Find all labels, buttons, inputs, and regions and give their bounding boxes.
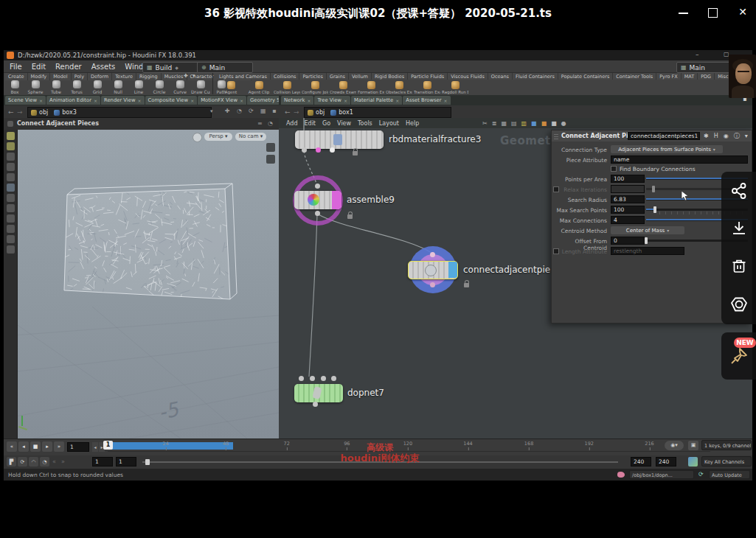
close-tab-icon[interactable]: × <box>39 98 43 103</box>
shelf-tab[interactable]: Rigid Bodies <box>372 73 408 80</box>
node-rbdmaterialfracture[interactable] <box>295 130 384 149</box>
shelf-tab[interactable]: Oceans <box>488 73 513 80</box>
frame-step-back[interactable]: ◂ <box>92 442 98 452</box>
share-icon[interactable] <box>730 182 748 200</box>
viewport-add-icon[interactable]: ✚ <box>225 108 230 114</box>
node-input-dot[interactable] <box>321 376 326 381</box>
node-input-dot[interactable] <box>331 376 336 381</box>
shelf-tab[interactable]: Container Tools <box>613 73 656 80</box>
refresh-icon[interactable]: ⟳ <box>698 471 704 478</box>
houdini-minimize-icon[interactable]: – <box>696 51 699 58</box>
node-output-dot[interactable] <box>302 147 307 153</box>
scene-viewport[interactable]: Persp ▾ No cam ▾ -5 <box>4 130 279 439</box>
shelf-tool[interactable]: Agent <box>218 81 244 94</box>
transport-button[interactable]: ▸ <box>42 441 52 452</box>
viewport-side-icon[interactable] <box>266 155 275 164</box>
viewport-tool-icon[interactable] <box>7 245 15 254</box>
status-path-dropdown[interactable]: /obj/box1/dopn... <box>629 470 694 479</box>
node-input-dot[interactable] <box>299 376 304 381</box>
viewport-tool-icon[interactable] <box>7 194 15 202</box>
node-output-dot[interactable] <box>316 147 321 153</box>
close-tab-icon[interactable]: × <box>307 98 311 103</box>
pane-tab[interactable]: Scene View× <box>5 96 46 105</box>
parameter-header-icon[interactable]: H <box>714 133 718 139</box>
maximize-icon[interactable] <box>708 8 718 18</box>
range-next-icon[interactable]: » <box>61 458 65 465</box>
node-input-dot[interactable] <box>430 252 435 257</box>
key-icon[interactable] <box>688 457 698 467</box>
shelf-tool[interactable]: Ragdoll Run Example <box>442 81 468 94</box>
minimize-icon[interactable] <box>679 13 688 14</box>
shelf-menu-caret-icon[interactable]: ▾ <box>193 73 195 79</box>
download-icon[interactable] <box>730 220 748 237</box>
shelf-tab[interactable]: MAT <box>682 73 698 80</box>
relax-iterations-field[interactable] <box>611 185 645 193</box>
viewport-tool-icon[interactable] <box>7 173 15 181</box>
node-output-dot[interactable] <box>315 211 320 216</box>
path-segment[interactable]: box3 <box>62 109 77 116</box>
node-name-field[interactable]: connectadjacentpieces1 <box>628 132 700 140</box>
range-start-field[interactable]: 1 <box>92 457 113 467</box>
camera-pill[interactable]: No cam ▾ <box>235 133 266 141</box>
shelf-tool[interactable]: Grid <box>88 80 107 94</box>
viewport-eye-icon[interactable]: ◔ <box>268 120 273 127</box>
path-segment[interactable]: box1 <box>339 109 353 116</box>
menu-item[interactable]: Render <box>55 63 82 71</box>
viewport-tool-icon[interactable] <box>7 153 15 161</box>
viewport-tool-icon[interactable] <box>7 142 15 150</box>
piece-attribute-field[interactable]: name <box>611 156 748 164</box>
shelf-tab[interactable]: Particle Fluids <box>408 73 448 80</box>
path-segment[interactable]: obj <box>39 109 48 116</box>
shelf-tool[interactable]: Curve <box>170 80 190 94</box>
shelf-add-icon[interactable]: ✚ <box>184 73 188 79</box>
max-connections-field[interactable]: 4 <box>611 216 645 224</box>
node-output-dot[interactable] <box>330 147 335 153</box>
shelf-tool[interactable]: Sphere <box>26 80 45 94</box>
offset-from-centroid-field[interactable]: 0 <box>611 237 645 245</box>
viewport-tool-icon[interactable] <box>7 235 15 243</box>
search-radius-field[interactable]: 6.83 <box>611 195 645 203</box>
pane-tab[interactable]: Asset Browser× <box>403 96 450 105</box>
record-icon[interactable] <box>729 295 749 314</box>
persp-pill[interactable]: Persp ▾ <box>204 133 232 141</box>
shelf-tool[interactable]: Obstacles Example <box>386 81 412 94</box>
pane-tab[interactable]: MotionFX View× <box>198 96 246 105</box>
node-connectadjacentpieces[interactable] <box>408 261 458 279</box>
shelf-tab[interactable]: Particles <box>299 73 326 80</box>
length-attribute-field[interactable]: restlength <box>611 247 684 255</box>
network-path-bar[interactable]: obj box1 <box>304 107 451 118</box>
parameter-header-icon[interactable]: ▾ <box>745 133 748 139</box>
shelf-tool[interactable]: Box <box>5 80 24 94</box>
desktop-select[interactable]: ▦ Build ◆ <box>142 62 200 73</box>
viewport-snap-icon[interactable]: ◔ <box>237 108 242 114</box>
node-flag[interactable] <box>448 262 457 278</box>
shelf-tool[interactable]: Transition Example <box>414 81 440 94</box>
viewport-cam-icon[interactable]: ▦ <box>260 108 266 114</box>
shelf-tool[interactable]: Tube <box>46 80 66 94</box>
viewport-side-icon[interactable] <box>266 143 275 152</box>
close-icon[interactable]: ✕ <box>738 6 747 18</box>
menu-item[interactable]: Edit <box>32 63 46 71</box>
close-tab-icon[interactable]: × <box>138 98 142 103</box>
shelf-tab[interactable]: Collisions <box>271 73 300 80</box>
viewport-tool-icon[interactable] <box>7 225 15 233</box>
shelf-tab[interactable]: Pyro FX <box>656 73 682 80</box>
shelf-tool[interactable]: Agent Clip <box>246 81 272 94</box>
keys-info-dropdown[interactable]: 1 keys, 0/9 channels <box>701 440 752 450</box>
range-start2-field[interactable]: 1 <box>116 457 136 467</box>
pane-tab[interactable]: Composite View× <box>145 96 198 105</box>
viewport-tool-icon[interactable] <box>7 204 15 212</box>
transport-button[interactable]: » <box>54 441 64 452</box>
shelf-tab[interactable]: Fluid Containers <box>513 73 558 80</box>
radial-menu-select[interactable]: ⊕ Main <box>197 62 253 73</box>
snapshot-pill[interactable] <box>193 133 202 142</box>
range-end2-field[interactable]: 240 <box>656 457 676 467</box>
parameter-header-icon[interactable]: ◉ <box>724 133 729 139</box>
close-tab-icon[interactable]: × <box>444 98 448 103</box>
shelf-tab[interactable]: Deform <box>88 73 112 80</box>
playbar-option-button[interactable]: ◔ <box>40 457 49 467</box>
shelf-tab[interactable]: Grains <box>327 73 349 80</box>
node-output-dot[interactable] <box>430 282 435 287</box>
playhead-marker[interactable]: 1 <box>103 441 113 450</box>
viewport-pane-icon[interactable]: ▪ <box>272 108 276 114</box>
